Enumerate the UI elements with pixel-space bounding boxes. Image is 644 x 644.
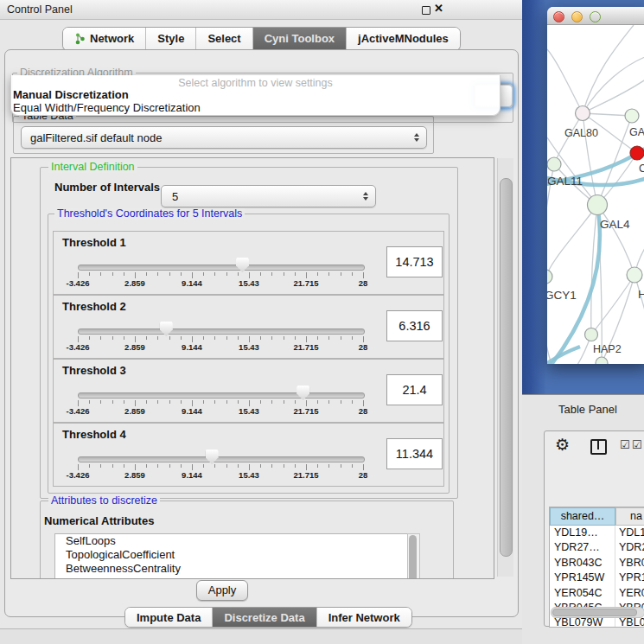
numerical-attributes-list[interactable]: SelfLoopsTopologicalCoefficientBetweenne… <box>54 533 409 579</box>
tab-style[interactable]: Style <box>146 28 196 50</box>
column-header-name[interactable]: na <box>615 507 644 526</box>
slider-track[interactable] <box>78 456 365 462</box>
network-node[interactable] <box>630 146 644 160</box>
tab-network[interactable]: Network <box>63 28 146 50</box>
tick-mark <box>89 272 90 276</box>
gear-icon[interactable]: ⚙ <box>555 435 570 454</box>
algorithm-option[interactable]: Manual Discretization <box>13 88 129 101</box>
threshold-value-field[interactable]: 6.316 <box>386 310 443 341</box>
tick-mark <box>284 400 284 404</box>
table-row[interactable]: YBR043CYBR0 <box>550 556 644 571</box>
float-window-icon[interactable] <box>422 6 430 15</box>
attribute-list-item[interactable]: BetweennessCentrality <box>55 562 408 576</box>
attribute-list-item[interactable]: TopologicalCoefficient <box>55 548 408 562</box>
threshold-panel: Threshold 1-3.4262.8599.14415.4321.71528… <box>53 231 444 295</box>
network-node[interactable] <box>625 109 639 123</box>
tick-mark <box>295 336 296 340</box>
settings-scrollbar[interactable] <box>497 158 513 577</box>
tab-select[interactable]: Select <box>196 28 252 50</box>
zoom-traffic-light[interactable] <box>590 11 601 22</box>
tab-label: Network <box>90 29 134 49</box>
tab-label: Discretize Data <box>224 609 304 627</box>
tab-cyni-toolbox[interactable]: Cyni Toolbox <box>253 28 347 50</box>
slider-track[interactable] <box>78 265 365 271</box>
tick-mark <box>203 336 204 340</box>
algorithm-option[interactable]: Equal Width/Frequency Discretization <box>13 101 201 114</box>
threshold-label: Threshold 2 <box>62 300 126 313</box>
network-node[interactable] <box>585 328 598 341</box>
table-row[interactable]: YER054CYER0 <box>550 586 644 601</box>
tick-mark <box>328 336 329 340</box>
tick-mark <box>284 272 284 276</box>
tick-mark <box>306 400 307 406</box>
network-edge[interactable] <box>547 205 597 277</box>
table-panel-title: Table Panel <box>558 403 617 416</box>
spinner-arrows-icon <box>363 192 368 201</box>
apply-button[interactable]: Apply <box>196 580 248 601</box>
scale-label: -3.426 <box>57 342 99 352</box>
tick-mark <box>295 400 296 404</box>
tick-mark <box>124 464 124 468</box>
network-edge[interactable] <box>597 205 634 275</box>
threshold-value-field[interactable]: 21.4 <box>386 374 443 405</box>
table-row[interactable]: YPR145WYPR1 <box>550 571 644 585</box>
scale-label: 2.859 <box>114 278 156 288</box>
network-window-titlebar[interactable] <box>547 7 644 25</box>
tick-mark <box>203 400 204 404</box>
tick-mark <box>89 336 90 340</box>
network-edge[interactable] <box>583 77 644 113</box>
bottom-tab-discretize-data[interactable]: Discretize Data <box>213 608 316 627</box>
network-canvas[interactable]: GAL80GACGAL11GAL4GCY1HHAP2 <box>547 25 644 364</box>
tick-mark <box>78 336 79 342</box>
tick-mark <box>112 400 113 404</box>
tick-mark <box>260 336 261 340</box>
scale-label: 21.715 <box>285 342 327 352</box>
threshold-panel: Threshold 4-3.4262.8599.14415.4321.71528… <box>53 423 444 487</box>
checkbox-icon[interactable]: ☑ <box>632 438 642 451</box>
node-label: HAP2 <box>593 343 622 355</box>
combo-arrows-icon <box>414 133 419 142</box>
attribute-list-item[interactable]: SelfLoops <box>55 534 408 548</box>
node-label: GCY1 <box>547 289 577 302</box>
network-node[interactable] <box>576 106 590 121</box>
minimize-traffic-light[interactable] <box>571 11 583 22</box>
checkbox-icon[interactable]: ☑ <box>620 438 630 451</box>
tick-mark <box>192 272 193 278</box>
table-row[interactable]: YDL19…YDL1 <box>550 526 644 540</box>
network-edge[interactable] <box>583 25 634 113</box>
attributes-list-scrollbar[interactable] <box>407 533 420 579</box>
network-node[interactable] <box>547 270 552 284</box>
tick-mark <box>317 272 318 276</box>
threshold-value-field[interactable]: 11.344 <box>386 438 443 469</box>
network-node[interactable] <box>547 157 561 171</box>
network-edge[interactable] <box>547 49 583 113</box>
scale-label: 9.144 <box>171 342 213 352</box>
tab-jactivemnodules[interactable]: jActiveMNodules <box>347 28 460 50</box>
bottom-tab-impute-data[interactable]: Impute Data <box>125 608 213 627</box>
network-edge[interactable] <box>591 275 634 335</box>
bottom-tab-infer-network[interactable]: Infer Network <box>317 608 411 627</box>
slider-track[interactable] <box>78 328 365 335</box>
column-header-shared-name[interactable]: shared… <box>550 507 615 526</box>
slider-track[interactable] <box>78 392 365 399</box>
close-icon[interactable]: ✕ <box>434 2 443 15</box>
tick-mark <box>192 464 193 470</box>
network-edge[interactable] <box>583 55 644 113</box>
network-node[interactable] <box>627 267 642 283</box>
interval-definition-label: Interval Definition <box>48 162 137 173</box>
column-layout-icon[interactable] <box>590 439 607 455</box>
table-row[interactable]: YDR27…YDR2 <box>550 540 644 555</box>
tick-mark <box>317 336 318 340</box>
tick-mark <box>124 400 124 404</box>
number-of-intervals-spinner[interactable]: 5 <box>161 185 376 207</box>
network-node[interactable] <box>596 357 608 364</box>
table-data-combobox[interactable]: galFiltered.sif default node <box>21 126 427 149</box>
tab-label: Impute Data <box>137 609 201 627</box>
table-hscrollbar[interactable] <box>551 607 644 618</box>
cell-shared-name: YDR27… <box>554 540 600 555</box>
scale-label: 2.859 <box>114 470 156 480</box>
tick-mark <box>238 336 239 340</box>
close-traffic-light[interactable] <box>553 11 564 22</box>
threshold-value-field[interactable]: 14.713 <box>386 246 443 277</box>
network-node[interactable] <box>588 195 608 215</box>
